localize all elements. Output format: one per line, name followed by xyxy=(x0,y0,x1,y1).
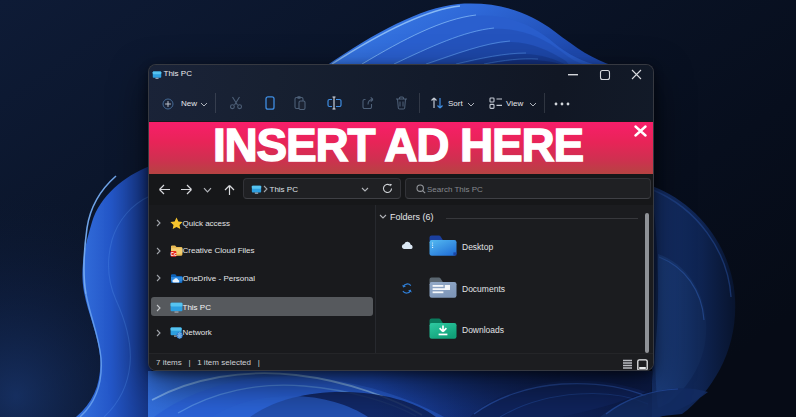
svg-text:Cc: Cc xyxy=(170,252,176,257)
